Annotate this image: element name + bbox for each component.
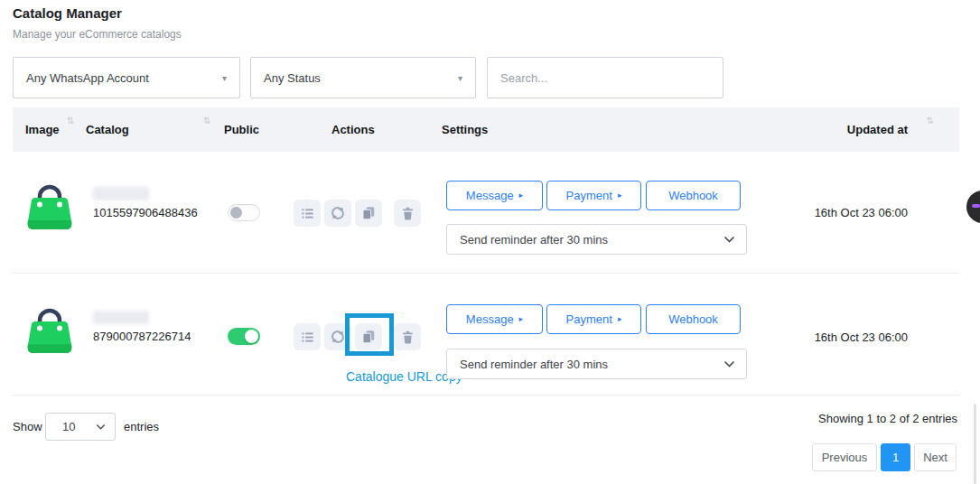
column-header-catalog[interactable]: Catalog xyxy=(86,123,129,136)
sort-icon[interactable]: ⇅ xyxy=(67,116,74,126)
updated-at: 16th Oct 23 06:00 xyxy=(815,330,908,344)
page-size-value: 10 xyxy=(62,420,75,433)
copy-icon xyxy=(361,206,376,220)
column-header-public: Public xyxy=(224,123,259,136)
column-header-updated-at[interactable]: Updated at xyxy=(847,123,908,136)
payment-settings-label: Payment xyxy=(566,312,612,326)
list-icon xyxy=(301,330,314,344)
whatsapp-account-dropdown[interactable]: Any WhatsApp Account ▾ xyxy=(13,57,240,98)
catalog-bag-image xyxy=(27,302,72,354)
whatsapp-account-dropdown-value: Any WhatsApp Account xyxy=(26,71,149,85)
dropdown-caret-icon: ▾ xyxy=(458,73,462,83)
message-settings-label: Message xyxy=(466,189,514,202)
list-items-button[interactable] xyxy=(294,200,321,227)
copy-catalogue-url-button[interactable] xyxy=(355,200,382,227)
chevron-down-icon xyxy=(723,360,735,368)
webhook-settings-label: Webhook xyxy=(668,189,718,202)
column-header-settings: Settings xyxy=(442,123,488,136)
payment-settings-label: Payment xyxy=(566,189,612,202)
status-dropdown-value: Any Status xyxy=(264,71,321,85)
catalog-id: 1015597906488436 xyxy=(93,206,198,219)
show-label: Show xyxy=(13,420,42,433)
webhook-settings-button[interactable]: Webhook xyxy=(646,304,741,334)
reminder-select-value: Send reminder after 30 mins xyxy=(460,358,608,371)
annotation-label: Catalogue URL copy xyxy=(346,369,462,384)
webhook-settings-button[interactable]: Webhook xyxy=(646,181,741,210)
column-header-actions: Actions xyxy=(331,123,375,136)
trash-icon xyxy=(401,207,415,220)
reminder-select[interactable]: Send reminder after 30 mins xyxy=(446,349,747,379)
list-icon xyxy=(301,207,314,220)
list-items-button[interactable] xyxy=(294,323,321,350)
catalog-name-redacted xyxy=(93,187,149,200)
page-title: Catalog Manager xyxy=(13,5,122,21)
payment-settings-button[interactable]: Payment ▸ xyxy=(546,181,641,210)
catalog-bag-image xyxy=(27,178,72,230)
submenu-caret-icon: ▸ xyxy=(618,315,622,323)
catalog-id: 879000787226714 xyxy=(93,330,191,343)
chat-widget-button[interactable] xyxy=(966,191,980,223)
entries-summary: Showing 1 to 2 of 2 entries xyxy=(818,412,957,425)
annotation-highlight-box xyxy=(345,313,394,356)
table-header: Image ⇅ Catalog ⇅ Public Actions Setting… xyxy=(13,107,959,152)
sort-icon[interactable]: ⇅ xyxy=(203,116,210,126)
entries-label: entries xyxy=(124,420,159,433)
delete-button[interactable] xyxy=(394,323,421,350)
vertical-scrollbar[interactable] xyxy=(974,404,976,484)
public-toggle[interactable] xyxy=(228,204,260,221)
payment-settings-button[interactable]: Payment ▸ xyxy=(546,304,641,334)
submenu-caret-icon: ▸ xyxy=(519,191,524,200)
trash-icon xyxy=(401,330,415,344)
row-divider xyxy=(13,273,959,274)
delete-button[interactable] xyxy=(394,200,421,227)
submenu-caret-icon: ▸ xyxy=(519,315,524,323)
page-subtitle: Manage your eCommerce catalogs xyxy=(13,28,182,41)
message-settings-button[interactable]: Message ▸ xyxy=(446,304,543,334)
sort-icon[interactable]: ⇅ xyxy=(927,116,934,126)
public-toggle[interactable] xyxy=(228,328,260,345)
chevron-down-icon xyxy=(96,424,106,431)
chevron-down-icon xyxy=(723,236,735,244)
message-settings-label: Message xyxy=(466,312,514,326)
refresh-icon xyxy=(331,206,345,220)
updated-at: 16th Oct 23 06:00 xyxy=(815,206,908,219)
column-header-image[interactable]: Image xyxy=(25,123,60,136)
pagination-previous-button[interactable]: Previous xyxy=(812,443,877,471)
reminder-select-value: Send reminder after 30 mins xyxy=(460,233,608,247)
reminder-select[interactable]: Send reminder after 30 mins xyxy=(446,224,747,255)
catalog-name-redacted xyxy=(93,311,149,324)
catalog-manager-page: Catalog Manager Manage your eCommerce ca… xyxy=(0,0,980,484)
search-input[interactable] xyxy=(487,57,723,98)
table-bottom-divider xyxy=(13,395,959,396)
pagination-next-button[interactable]: Next xyxy=(914,443,957,471)
pagination-page-1-button[interactable]: 1 xyxy=(881,443,910,471)
dropdown-caret-icon: ▾ xyxy=(222,73,227,83)
refresh-button[interactable] xyxy=(324,200,351,227)
submenu-caret-icon: ▸ xyxy=(618,191,622,200)
page-size-select[interactable]: 10 xyxy=(45,413,116,441)
message-settings-button[interactable]: Message ▸ xyxy=(446,181,543,210)
webhook-settings-label: Webhook xyxy=(668,312,718,326)
chat-widget-icon xyxy=(972,204,980,208)
status-dropdown[interactable]: Any Status ▾ xyxy=(250,57,476,98)
refresh-icon xyxy=(331,330,345,344)
